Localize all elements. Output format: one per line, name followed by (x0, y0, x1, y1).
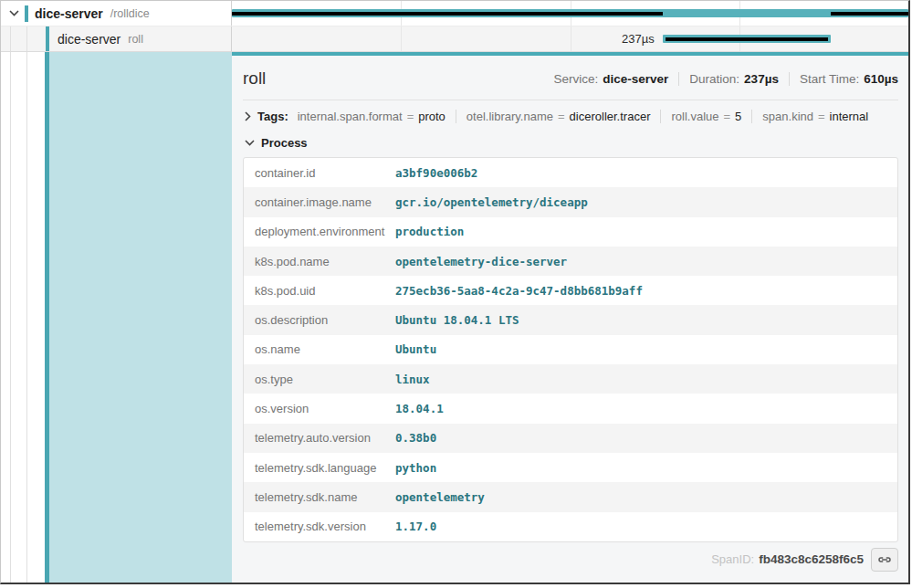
meta-label: Service: (553, 72, 598, 86)
table-row: k8s.pod.nameopentelemetry-dice-server (244, 247, 897, 276)
operation-name: /rolldice (110, 7, 150, 20)
table-row: os.descriptionUbuntu 18.04.1 LTS (244, 305, 897, 334)
table-row: container.ida3bf90e006b2 (244, 158, 897, 187)
tag-value: proto (418, 110, 446, 123)
process-key: telemetry.sdk.version (244, 520, 395, 533)
process-key: os.version (244, 402, 395, 415)
table-row: telemetry.auto.version0.38b0 (244, 424, 897, 453)
process-key: os.name (244, 342, 395, 356)
spanid-label: SpanID: (711, 552, 754, 566)
tags-label: Tags: (257, 110, 288, 123)
meta-divider (789, 72, 790, 86)
process-key: k8s.pod.name (244, 255, 395, 268)
process-value: Ubuntu (395, 342, 436, 356)
process-kv-table: container.ida3bf90e006b2 container.image… (243, 157, 898, 542)
detail-band (49, 52, 232, 583)
span-color-bar (46, 26, 49, 51)
table-row: os.version18.04.1 (244, 394, 897, 423)
process-value: 0.38b0 (395, 431, 436, 445)
process-value: a3bf90e006b2 (395, 166, 477, 180)
meta-label: Duration: (689, 72, 739, 86)
span-detail-title: roll (243, 68, 266, 89)
critical-path-segment (232, 12, 663, 16)
process-label: Process (261, 136, 308, 150)
tag-value: 5 (735, 110, 741, 123)
process-key: container.id (244, 166, 395, 180)
process-value: 1.17.0 (395, 520, 436, 533)
span-detail-panel: roll Service: dice-server Duration: 237µ… (232, 52, 908, 583)
indent-guide (26, 52, 27, 583)
tag-key: internal.span.format (298, 110, 403, 123)
deep-link-button[interactable] (871, 548, 898, 572)
timeline-cell-rolldice[interactable] (232, 1, 908, 26)
process-key: telemetry.sdk.name (244, 490, 395, 504)
tag-divider (660, 110, 661, 123)
table-row: k8s.pod.uid275ecb36-5aa8-4c2a-9c47-d8bb6… (244, 276, 897, 305)
service-name: dice-server (35, 6, 103, 21)
tags-toggle[interactable]: Tags: (245, 110, 288, 123)
process-value: 18.04.1 (395, 402, 444, 415)
tag-equals: = (407, 110, 414, 123)
process-section-header: Process (243, 125, 898, 150)
span-row-rolldice[interactable]: dice-server /rolldice (1, 1, 908, 26)
trace-view-window: dice-server /rolldice dice-server (0, 0, 910, 584)
span-detail-footer: SpanID: fb483c8c6258f6c5 (243, 542, 898, 577)
meta-divider (678, 72, 679, 86)
table-row: telemetry.sdk.version1.17.0 (244, 512, 897, 541)
table-row: container.image.namegcr.io/opentelemetry… (244, 187, 897, 216)
link-icon (877, 552, 892, 567)
process-value: gcr.io/opentelemetry/diceapp (395, 195, 588, 209)
indent-guide (10, 26, 11, 51)
critical-path-segment (666, 37, 829, 41)
process-key: os.type (244, 373, 395, 386)
tag-value: internal (830, 110, 869, 123)
chevron-down-icon (9, 10, 19, 16)
chevron-down-icon (245, 140, 255, 146)
meta-value: 237µs (744, 72, 779, 86)
operation-name: roll (128, 33, 143, 46)
process-value: python (395, 461, 436, 475)
tag-summary: internal.span.format=proto otel.library.… (298, 110, 869, 123)
tag-equals: = (818, 110, 825, 123)
process-key: container.image.name (244, 195, 395, 209)
span-detail-meta: Service: dice-server Duration: 237µs Sta… (553, 72, 898, 86)
span-duration-label: 237µs (232, 26, 655, 51)
service-name: dice-server (58, 32, 121, 47)
indent-guide (10, 52, 11, 583)
meta-label: Start Time: (800, 72, 859, 86)
meta-value: dice-server (603, 72, 668, 86)
timeline-cell-roll[interactable]: 237µs (232, 26, 908, 51)
critical-path-segment (831, 12, 908, 16)
tag-equals: = (558, 110, 565, 123)
span-row-roll-selected[interactable]: dice-server roll 237µs (1, 26, 908, 52)
table-row: os.typelinux (244, 364, 897, 394)
tag-value: diceroller.tracer (570, 110, 651, 123)
tag-key: span.kind (762, 110, 813, 123)
process-value: production (395, 225, 464, 238)
span-name-cell-roll[interactable]: dice-server roll (1, 26, 232, 51)
tree-gutter (1, 52, 45, 583)
span-bar-rolldice[interactable] (232, 9, 908, 17)
span-bar-roll[interactable] (663, 35, 832, 43)
table-row: telemetry.sdk.nameopentelemetry (244, 482, 897, 511)
table-row: telemetry.sdk.languagepython (244, 453, 897, 482)
trace-detail-screen: dice-server /rolldice dice-server (0, 0, 912, 588)
process-key: telemetry.auto.version (244, 431, 395, 445)
span-name-cell-rolldice[interactable]: dice-server /rolldice (1, 1, 232, 26)
meta-value: 610µs (864, 72, 898, 86)
process-value: opentelemetry-dice-server (395, 255, 567, 268)
process-value: Ubuntu 18.04.1 LTS (395, 313, 519, 327)
tag-key: roll.value (671, 110, 718, 123)
tag-divider (751, 110, 752, 123)
process-toggle[interactable]: Process (245, 136, 308, 150)
process-key: os.description (244, 313, 395, 327)
chevron-right-icon (245, 111, 251, 121)
table-row: deployment.environmentproduction (244, 217, 897, 247)
process-value: linux (395, 373, 430, 386)
spanid-value: fb483c8c6258f6c5 (759, 552, 864, 566)
span-color-bar (25, 5, 28, 22)
process-key: telemetry.sdk.language (244, 461, 395, 475)
collapse-children-button[interactable] (7, 7, 20, 20)
tag-divider (456, 110, 456, 123)
process-key: k8s.pod.uid (244, 284, 395, 298)
